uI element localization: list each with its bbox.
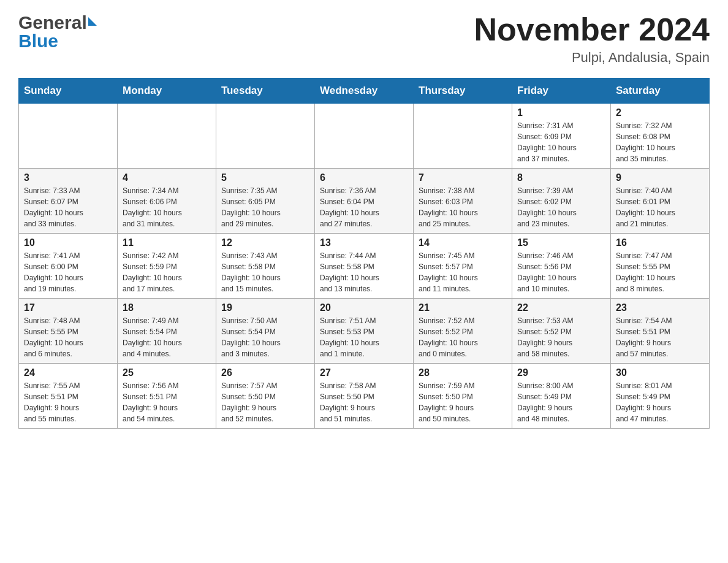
calendar-cell: 28Sunrise: 7:59 AM Sunset: 5:50 PM Dayli… <box>414 364 512 429</box>
month-title: November 2024 <box>474 12 710 47</box>
day-number: 26 <box>221 367 309 378</box>
day-info: Sunrise: 7:52 AM Sunset: 5:52 PM Dayligh… <box>419 315 507 359</box>
day-info: Sunrise: 7:53 AM Sunset: 5:52 PM Dayligh… <box>517 315 605 359</box>
day-info: Sunrise: 7:57 AM Sunset: 5:50 PM Dayligh… <box>221 380 309 424</box>
day-info: Sunrise: 7:58 AM Sunset: 5:50 PM Dayligh… <box>320 380 408 424</box>
calendar-cell: 22Sunrise: 7:53 AM Sunset: 5:52 PM Dayli… <box>512 299 611 364</box>
day-number: 25 <box>123 367 211 378</box>
logo-arrow-icon <box>88 17 97 26</box>
day-number: 4 <box>123 172 211 183</box>
day-info: Sunrise: 7:33 AM Sunset: 6:07 PM Dayligh… <box>24 185 112 229</box>
day-number: 24 <box>24 367 112 378</box>
weekday-header-wednesday: Wednesday <box>315 79 414 104</box>
day-info: Sunrise: 7:40 AM Sunset: 6:01 PM Dayligh… <box>616 185 704 229</box>
day-number: 28 <box>419 367 507 378</box>
calendar-cell: 17Sunrise: 7:48 AM Sunset: 5:55 PM Dayli… <box>19 299 118 364</box>
day-number: 12 <box>221 237 309 248</box>
day-info: Sunrise: 7:49 AM Sunset: 5:54 PM Dayligh… <box>123 315 211 359</box>
weekday-header-tuesday: Tuesday <box>216 79 315 104</box>
day-info: Sunrise: 7:32 AM Sunset: 6:08 PM Dayligh… <box>616 120 704 164</box>
weekday-header-monday: Monday <box>118 79 216 104</box>
day-number: 30 <box>616 367 704 378</box>
day-number: 13 <box>320 237 408 248</box>
calendar-cell: 20Sunrise: 7:51 AM Sunset: 5:53 PM Dayli… <box>315 299 414 364</box>
calendar-cell: 4Sunrise: 7:34 AM Sunset: 6:06 PM Daylig… <box>118 169 216 234</box>
day-info: Sunrise: 7:45 AM Sunset: 5:57 PM Dayligh… <box>419 250 507 294</box>
day-number: 1 <box>517 107 605 118</box>
day-info: Sunrise: 7:43 AM Sunset: 5:58 PM Dayligh… <box>221 250 309 294</box>
day-number: 19 <box>221 302 309 313</box>
page-header: General Blue November 2024 Pulpi, Andalu… <box>18 12 710 66</box>
calendar-cell: 12Sunrise: 7:43 AM Sunset: 5:58 PM Dayli… <box>216 234 315 299</box>
day-number: 20 <box>320 302 408 313</box>
weekday-header-thursday: Thursday <box>414 79 512 104</box>
calendar-cell: 1Sunrise: 7:31 AM Sunset: 6:09 PM Daylig… <box>512 104 611 169</box>
calendar-week-row: 24Sunrise: 7:55 AM Sunset: 5:51 PM Dayli… <box>19 364 710 429</box>
calendar-cell <box>216 104 315 169</box>
calendar-cell: 25Sunrise: 7:56 AM Sunset: 5:51 PM Dayli… <box>118 364 216 429</box>
day-info: Sunrise: 7:55 AM Sunset: 5:51 PM Dayligh… <box>24 380 112 424</box>
day-number: 10 <box>24 237 112 248</box>
calendar-cell <box>118 104 216 169</box>
calendar-cell: 3Sunrise: 7:33 AM Sunset: 6:07 PM Daylig… <box>19 169 118 234</box>
day-number: 22 <box>517 302 605 313</box>
calendar-cell: 5Sunrise: 7:35 AM Sunset: 6:05 PM Daylig… <box>216 169 315 234</box>
weekday-header-row: SundayMondayTuesdayWednesdayThursdayFrid… <box>19 79 710 104</box>
calendar-cell: 19Sunrise: 7:50 AM Sunset: 5:54 PM Dayli… <box>216 299 315 364</box>
day-number: 14 <box>419 237 507 248</box>
day-number: 5 <box>221 172 309 183</box>
calendar-week-row: 10Sunrise: 7:41 AM Sunset: 6:00 PM Dayli… <box>19 234 710 299</box>
weekday-header-saturday: Saturday <box>611 79 710 104</box>
day-info: Sunrise: 8:01 AM Sunset: 5:49 PM Dayligh… <box>616 380 704 424</box>
title-block: November 2024 Pulpi, Andalusia, Spain <box>474 12 710 66</box>
logo-blue-text: Blue <box>18 31 58 52</box>
day-info: Sunrise: 7:51 AM Sunset: 5:53 PM Dayligh… <box>320 315 408 359</box>
day-info: Sunrise: 7:48 AM Sunset: 5:55 PM Dayligh… <box>24 315 112 359</box>
calendar-cell: 14Sunrise: 7:45 AM Sunset: 5:57 PM Dayli… <box>414 234 512 299</box>
weekday-header-sunday: Sunday <box>19 79 118 104</box>
day-number: 18 <box>123 302 211 313</box>
calendar-cell: 10Sunrise: 7:41 AM Sunset: 6:00 PM Dayli… <box>19 234 118 299</box>
day-info: Sunrise: 7:54 AM Sunset: 5:51 PM Dayligh… <box>616 315 704 359</box>
day-info: Sunrise: 8:00 AM Sunset: 5:49 PM Dayligh… <box>517 380 605 424</box>
calendar-cell: 9Sunrise: 7:40 AM Sunset: 6:01 PM Daylig… <box>611 169 710 234</box>
day-info: Sunrise: 7:56 AM Sunset: 5:51 PM Dayligh… <box>123 380 211 424</box>
day-number: 23 <box>616 302 704 313</box>
day-info: Sunrise: 7:47 AM Sunset: 5:55 PM Dayligh… <box>616 250 704 294</box>
day-info: Sunrise: 7:39 AM Sunset: 6:02 PM Dayligh… <box>517 185 605 229</box>
calendar-cell: 15Sunrise: 7:46 AM Sunset: 5:56 PM Dayli… <box>512 234 611 299</box>
calendar-cell: 30Sunrise: 8:01 AM Sunset: 5:49 PM Dayli… <box>611 364 710 429</box>
day-number: 11 <box>123 237 211 248</box>
day-number: 2 <box>616 107 704 118</box>
calendar-cell: 24Sunrise: 7:55 AM Sunset: 5:51 PM Dayli… <box>19 364 118 429</box>
location-label: Pulpi, Andalusia, Spain <box>474 50 710 66</box>
calendar-cell <box>315 104 414 169</box>
day-number: 7 <box>419 172 507 183</box>
day-number: 6 <box>320 172 408 183</box>
calendar-cell: 18Sunrise: 7:49 AM Sunset: 5:54 PM Dayli… <box>118 299 216 364</box>
day-number: 15 <box>517 237 605 248</box>
calendar-week-row: 1Sunrise: 7:31 AM Sunset: 6:09 PM Daylig… <box>19 104 710 169</box>
calendar-cell: 23Sunrise: 7:54 AM Sunset: 5:51 PM Dayli… <box>611 299 710 364</box>
calendar-cell: 29Sunrise: 8:00 AM Sunset: 5:49 PM Dayli… <box>512 364 611 429</box>
calendar-cell: 27Sunrise: 7:58 AM Sunset: 5:50 PM Dayli… <box>315 364 414 429</box>
day-info: Sunrise: 7:50 AM Sunset: 5:54 PM Dayligh… <box>221 315 309 359</box>
logo: General Blue <box>18 12 97 52</box>
day-number: 9 <box>616 172 704 183</box>
calendar-cell: 11Sunrise: 7:42 AM Sunset: 5:59 PM Dayli… <box>118 234 216 299</box>
calendar-cell: 21Sunrise: 7:52 AM Sunset: 5:52 PM Dayli… <box>414 299 512 364</box>
calendar-cell: 7Sunrise: 7:38 AM Sunset: 6:03 PM Daylig… <box>414 169 512 234</box>
calendar-table: SundayMondayTuesdayWednesdayThursdayFrid… <box>18 78 710 429</box>
day-number: 27 <box>320 367 408 378</box>
day-info: Sunrise: 7:41 AM Sunset: 6:00 PM Dayligh… <box>24 250 112 294</box>
calendar-cell <box>414 104 512 169</box>
day-info: Sunrise: 7:35 AM Sunset: 6:05 PM Dayligh… <box>221 185 309 229</box>
day-info: Sunrise: 7:46 AM Sunset: 5:56 PM Dayligh… <box>517 250 605 294</box>
day-info: Sunrise: 7:31 AM Sunset: 6:09 PM Dayligh… <box>517 120 605 164</box>
weekday-header-friday: Friday <box>512 79 611 104</box>
calendar-cell: 13Sunrise: 7:44 AM Sunset: 5:58 PM Dayli… <box>315 234 414 299</box>
day-info: Sunrise: 7:42 AM Sunset: 5:59 PM Dayligh… <box>123 250 211 294</box>
day-info: Sunrise: 7:44 AM Sunset: 5:58 PM Dayligh… <box>320 250 408 294</box>
day-number: 8 <box>517 172 605 183</box>
day-info: Sunrise: 7:36 AM Sunset: 6:04 PM Dayligh… <box>320 185 408 229</box>
